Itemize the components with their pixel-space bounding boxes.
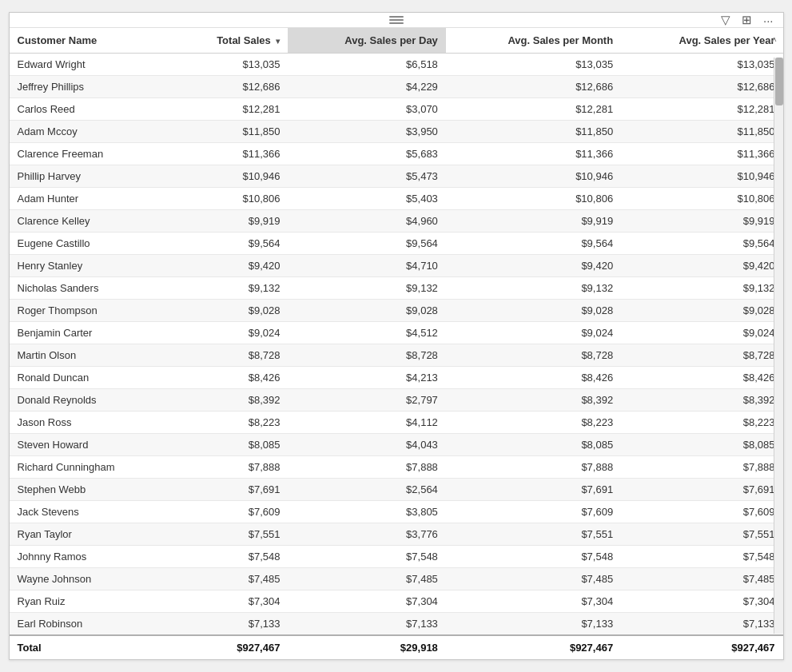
cell-name: Steven Howard bbox=[10, 434, 173, 456]
cell-total-sales: $9,024 bbox=[173, 322, 289, 344]
cell-avg-month: $8,085 bbox=[446, 434, 621, 456]
cell-avg-year: $7,609 bbox=[621, 501, 782, 523]
footer-avg-year: $927,467 bbox=[621, 635, 782, 659]
col-header-avg-day[interactable]: Avg. Sales per Day bbox=[288, 28, 445, 54]
col-header-avg-month[interactable]: Avg. Sales per Month bbox=[446, 28, 621, 54]
cell-avg-day: $4,043 bbox=[288, 434, 445, 456]
cell-avg-year: $10,946 bbox=[621, 165, 782, 188]
cell-avg-year: $8,728 bbox=[621, 344, 782, 367]
cell-avg-day: $8,728 bbox=[288, 344, 445, 367]
cell-avg-year: $12,686 bbox=[621, 76, 782, 98]
cell-avg-day: $7,548 bbox=[288, 546, 445, 568]
cell-name: Ronald Duncan bbox=[10, 367, 173, 389]
cell-avg-year: $9,919 bbox=[621, 210, 782, 233]
cell-total-sales: $9,919 bbox=[173, 210, 289, 233]
cell-avg-month: $7,304 bbox=[446, 590, 621, 613]
col-header-name[interactable]: Customer Name bbox=[10, 28, 173, 54]
cell-avg-year: $7,485 bbox=[621, 568, 782, 590]
table-row: Jeffrey Phillips$12,686$4,229$12,686$12,… bbox=[10, 76, 783, 98]
cell-avg-year: $9,132 bbox=[621, 277, 782, 300]
cell-total-sales: $7,548 bbox=[173, 546, 289, 568]
cell-avg-month: $7,485 bbox=[446, 568, 621, 590]
table-row: Adam Hunter$10,806$5,403$10,806$10,806 bbox=[10, 188, 783, 210]
cell-avg-year: $8,392 bbox=[621, 389, 782, 412]
cell-total-sales: $8,392 bbox=[173, 389, 289, 412]
cell-name: Donald Reynolds bbox=[10, 389, 173, 412]
cell-avg-month: $9,024 bbox=[446, 322, 621, 344]
table-row: Steven Howard$8,085$4,043$8,085$8,085 bbox=[10, 434, 783, 456]
table-row: Adam Mccoy$11,850$3,950$11,850$11,850 bbox=[10, 121, 783, 143]
cell-name: Ryan Ruiz bbox=[10, 590, 173, 613]
cell-name: Richard Cunningham bbox=[10, 456, 173, 479]
table-footer-row: Total $927,467 $29,918 $927,467 $927,467 bbox=[10, 635, 783, 659]
cell-name: Phillip Harvey bbox=[10, 165, 173, 188]
cell-name: Wayne Johnson bbox=[10, 568, 173, 590]
cell-avg-month: $7,609 bbox=[446, 501, 621, 523]
cell-avg-month: $13,035 bbox=[446, 54, 621, 76]
cell-avg-day: $6,518 bbox=[288, 54, 445, 76]
col-header-total-sales[interactable]: Total Sales ▾ bbox=[173, 28, 289, 54]
scrollbar[interactable] bbox=[774, 58, 783, 634]
table-row: Earl Robinson$7,133$7,133$7,133$7,133 bbox=[10, 613, 783, 636]
cell-avg-day: $4,112 bbox=[288, 412, 445, 434]
table-row: Phillip Harvey$10,946$5,473$10,946$10,94… bbox=[10, 165, 783, 188]
cell-total-sales: $10,806 bbox=[173, 188, 289, 210]
table-row: Stephen Webb$7,691$2,564$7,691$7,691 bbox=[10, 479, 783, 501]
cell-total-sales: $10,946 bbox=[173, 165, 289, 188]
table-body: Edward Wright$13,035$6,518$13,035$13,035… bbox=[10, 54, 783, 636]
cell-avg-day: $9,132 bbox=[288, 277, 445, 300]
cell-avg-month: $11,850 bbox=[446, 121, 621, 143]
cell-name: Jeffrey Phillips bbox=[10, 76, 173, 98]
cell-total-sales: $7,304 bbox=[173, 590, 289, 613]
chevron-right-icon: ^ bbox=[772, 36, 777, 45]
cell-avg-day: $3,776 bbox=[288, 523, 445, 546]
drag-handle-area[interactable] bbox=[389, 16, 404, 24]
cell-avg-month: $8,728 bbox=[446, 344, 621, 367]
data-table: Customer Name Total Sales ▾ Avg. Sales p… bbox=[10, 28, 783, 659]
col-header-avg-year[interactable]: Avg. Sales per Year ^ bbox=[621, 28, 782, 54]
table-row: Henry Stanley$9,420$4,710$9,420$9,420 bbox=[10, 255, 783, 277]
table-row: Richard Cunningham$7,888$7,888$7,888$7,8… bbox=[10, 456, 783, 479]
cell-total-sales: $13,035 bbox=[173, 54, 289, 76]
table-row: Johnny Ramos$7,548$7,548$7,548$7,548 bbox=[10, 546, 783, 568]
more-options-icon[interactable]: ··· bbox=[760, 12, 777, 29]
cell-avg-month: $10,806 bbox=[446, 188, 621, 210]
cell-total-sales: $7,609 bbox=[173, 501, 289, 523]
cell-avg-year: $9,024 bbox=[621, 322, 782, 344]
cell-avg-month: $8,392 bbox=[446, 389, 621, 412]
cell-total-sales: $9,564 bbox=[173, 233, 289, 255]
scrollbar-thumb[interactable] bbox=[775, 58, 783, 105]
cell-avg-day: $4,229 bbox=[288, 76, 445, 98]
cell-total-sales: $7,551 bbox=[173, 523, 289, 546]
table-row: Clarence Kelley$9,919$4,960$9,919$9,919 bbox=[10, 210, 783, 233]
cell-avg-day: $4,213 bbox=[288, 367, 445, 389]
table-row: Martin Olson$8,728$8,728$8,728$8,728 bbox=[10, 344, 783, 367]
table-row: Wayne Johnson$7,485$7,485$7,485$7,485 bbox=[10, 568, 783, 590]
cell-avg-month: $8,426 bbox=[446, 367, 621, 389]
table-wrapper: Customer Name Total Sales ▾ Avg. Sales p… bbox=[10, 28, 783, 659]
table-row: Ryan Ruiz$7,304$7,304$7,304$7,304 bbox=[10, 590, 783, 613]
cell-name: Henry Stanley bbox=[10, 255, 173, 277]
cell-total-sales: $8,728 bbox=[173, 344, 289, 367]
cell-total-sales: $9,420 bbox=[173, 255, 289, 277]
cell-avg-month: $12,281 bbox=[446, 98, 621, 121]
cell-total-sales: $9,132 bbox=[173, 277, 289, 300]
cell-total-sales: $8,223 bbox=[173, 412, 289, 434]
cell-avg-year: $7,691 bbox=[621, 479, 782, 501]
cell-avg-year: $9,028 bbox=[621, 300, 782, 322]
grid-icon[interactable]: ⊞ bbox=[738, 11, 755, 29]
table-row: Ryan Taylor$7,551$3,776$7,551$7,551 bbox=[10, 523, 783, 546]
cell-avg-day: $2,564 bbox=[288, 479, 445, 501]
cell-name: Roger Thompson bbox=[10, 300, 173, 322]
cell-avg-year: $9,564 bbox=[621, 233, 782, 255]
cell-name: Martin Olson bbox=[10, 344, 173, 367]
drag-handle[interactable] bbox=[389, 16, 404, 24]
cell-avg-month: $10,946 bbox=[446, 165, 621, 188]
cell-avg-day: $9,028 bbox=[288, 300, 445, 322]
cell-avg-month: $7,691 bbox=[446, 479, 621, 501]
footer-total-sales: $927,467 bbox=[173, 635, 289, 659]
cell-avg-day: $4,960 bbox=[288, 210, 445, 233]
cell-avg-month: $9,919 bbox=[446, 210, 621, 233]
filter-icon[interactable]: ▽ bbox=[718, 11, 734, 29]
cell-total-sales: $7,485 bbox=[173, 568, 289, 590]
